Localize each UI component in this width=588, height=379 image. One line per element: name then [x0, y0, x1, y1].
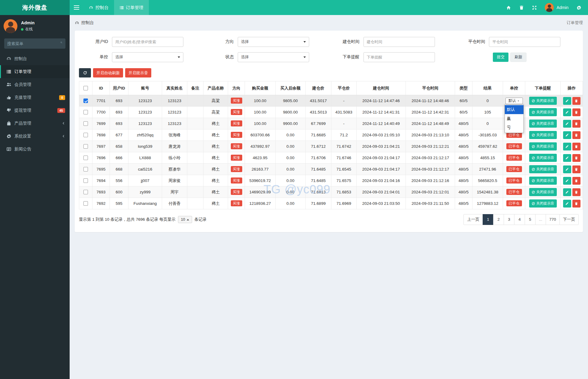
dropdown-option-赢[interactable]: 赢 [505, 114, 523, 123]
fullscreen-icon[interactable] [532, 5, 537, 10]
sidebar-item-系统设置[interactable]: 系统设置 [0, 130, 70, 143]
refresh-button[interactable]: 刷新 [510, 53, 526, 62]
mute-sound-button[interactable]: 关闭提示音 [529, 142, 557, 150]
mute-sound-button[interactable]: 关闭提示音 [529, 131, 557, 139]
row-checkbox[interactable] [83, 110, 88, 114]
sidebar-item-充值管理[interactable]: 充值管理0 [0, 91, 70, 104]
cell-product: 稀土 [204, 129, 228, 141]
cell-result: 459787.62 [472, 141, 503, 152]
page-button-5[interactable]: 5 [525, 214, 535, 225]
delete-button[interactable] [572, 165, 580, 173]
sidebar-item-label: 订单管理 [14, 69, 31, 74]
filter-userid-input[interactable] [115, 40, 180, 44]
row-checkbox[interactable] [83, 178, 88, 183]
mute-sound-button[interactable]: 关闭提示音 [529, 188, 557, 196]
delete-button[interactable] [572, 108, 580, 116]
app-logo[interactable]: 海外微盘 [0, 0, 70, 15]
trash-icon[interactable] [519, 5, 524, 10]
filter-remind-input[interactable] [367, 55, 432, 59]
nav-tab-控制台[interactable]: 控制台 [83, 0, 114, 15]
delete-button[interactable] [572, 188, 580, 196]
delete-button[interactable] [572, 154, 580, 162]
enable-sound-button[interactable]: 开启提示音 [125, 68, 151, 77]
delete-button[interactable] [572, 177, 580, 185]
reload-table-button[interactable] [79, 68, 91, 77]
cell-remind: 关闭提示音 [525, 186, 561, 198]
row-checkbox[interactable] [83, 167, 88, 171]
page-button-2[interactable]: 2 [493, 214, 504, 225]
page-button-下一页[interactable]: 下一页 [559, 214, 579, 225]
dropdown-option-亏[interactable]: 亏 [505, 123, 523, 132]
user-menu[interactable]: Admin [545, 3, 568, 12]
mute-sound-button[interactable]: 关闭提示音 [529, 120, 557, 128]
cell-account: 123123 [128, 107, 162, 118]
row-checkbox[interactable] [83, 144, 88, 149]
row-checkbox[interactable] [83, 201, 88, 206]
mute-icon [532, 145, 535, 148]
cell-uid: 693 [110, 118, 128, 129]
edit-button[interactable] [563, 97, 571, 105]
page-button-1[interactable]: 1 [483, 214, 493, 225]
page-button-770[interactable]: 770 [546, 214, 560, 225]
cell-note [187, 107, 204, 118]
edit-button[interactable] [563, 120, 571, 128]
mute-sound-button[interactable]: 关闭提示音 [529, 154, 557, 162]
select-all-checkbox[interactable] [83, 86, 88, 90]
filter-status-select[interactable]: 选择 [238, 52, 309, 62]
control-dropdown: 默认赢亏 [505, 104, 524, 133]
sidebar-item-新闻公告[interactable]: 新闻公告 [0, 143, 70, 156]
edit-button[interactable] [563, 165, 571, 173]
filter-direction-select[interactable]: 选择 [238, 37, 309, 47]
sidebar-toggle-button[interactable] [70, 0, 83, 15]
cell-control: 已平仓 [503, 198, 525, 209]
edit-button[interactable] [563, 177, 571, 185]
dropdown-option-默认[interactable]: 默认 [505, 105, 523, 114]
row-checkbox[interactable] [83, 133, 88, 137]
sidebar-item-订单管理[interactable]: 订单管理 [0, 65, 70, 78]
row-checkbox[interactable] [83, 156, 88, 160]
page-button-上一页[interactable]: 上一页 [463, 214, 483, 225]
filter-closetime-input[interactable] [492, 40, 557, 44]
search-icon[interactable] [60, 41, 62, 46]
settings-gears-icon[interactable] [576, 5, 581, 10]
auto-refresh-button[interactable]: 开启自动刷新 [93, 68, 123, 77]
edit-button[interactable] [563, 200, 571, 208]
filter-control-select[interactable]: 选择 [112, 52, 183, 62]
submit-button[interactable]: 提交 [493, 53, 508, 62]
mute-sound-button[interactable]: 关闭提示音 [529, 199, 557, 208]
sidebar-search-input[interactable] [7, 41, 60, 46]
delete-button[interactable] [572, 131, 580, 139]
page-button-4[interactable]: 4 [514, 214, 525, 225]
filter-opentime-label: 建仓时间 [328, 39, 363, 44]
delete-button[interactable] [572, 200, 580, 208]
cell-account: jj007 [128, 175, 162, 186]
delete-button[interactable] [572, 97, 580, 105]
home-icon[interactable] [506, 5, 511, 10]
row-checkbox[interactable] [83, 99, 88, 103]
edit-button[interactable] [563, 154, 571, 162]
mute-sound-button[interactable]: 关闭提示音 [529, 165, 557, 173]
delete-button[interactable] [572, 143, 580, 150]
nav-tab-订单管理[interactable]: 订单管理 [114, 0, 149, 15]
delete-button[interactable] [572, 120, 580, 128]
page-button-...[interactable]: ... [535, 214, 546, 225]
page-button-3[interactable]: 3 [504, 214, 514, 225]
edit-button[interactable] [563, 108, 571, 116]
breadcrumb-left[interactable]: 控制台 [75, 20, 94, 26]
control-select[interactable]: 默认 [505, 98, 523, 104]
row-checkbox[interactable] [83, 121, 88, 126]
edit-button[interactable] [563, 188, 571, 196]
page-size-select[interactable]: 10 [178, 216, 192, 223]
mute-sound-button[interactable]: 关闭提示音 [529, 177, 557, 185]
mute-sound-button[interactable]: 关闭提示音 [529, 97, 557, 105]
filter-opentime-input[interactable] [367, 40, 432, 44]
sidebar-item-会员管理[interactable]: 会员管理 [0, 78, 70, 91]
mute-icon [532, 179, 535, 183]
sidebar-item-提现管理[interactable]: 提现管理45 [0, 104, 70, 117]
edit-button[interactable] [563, 143, 571, 150]
sidebar-item-控制台[interactable]: 控制台 [0, 52, 70, 65]
edit-button[interactable] [563, 131, 571, 139]
mute-sound-button[interactable]: 关闭提示音 [529, 108, 557, 116]
row-checkbox[interactable] [83, 190, 88, 194]
sidebar-item-产品管理[interactable]: 产品管理 [0, 117, 70, 130]
